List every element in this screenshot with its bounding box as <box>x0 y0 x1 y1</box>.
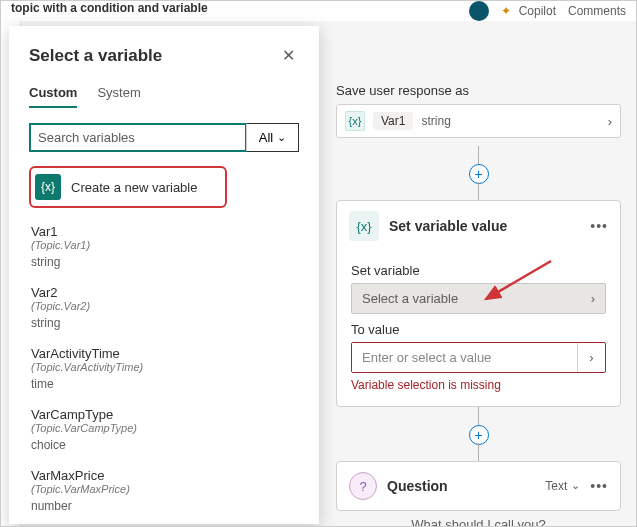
var-path: (Topic.Var1) <box>31 239 297 251</box>
node-title: Question <box>387 478 535 494</box>
select-variable-picker[interactable]: Select a variable › <box>351 283 606 314</box>
to-value-label: To value <box>351 322 606 337</box>
to-value-picker[interactable]: › <box>577 343 605 372</box>
var-name: Var1 <box>31 224 297 239</box>
filter-all-dropdown[interactable]: All <box>246 124 298 151</box>
comments-button[interactable]: Comments <box>568 4 626 18</box>
variable-icon: {x} <box>35 174 61 200</box>
save-response-output[interactable]: {x} Var1 string › <box>336 104 621 138</box>
variable-list-item[interactable]: Var2(Topic.Var2)string <box>29 279 299 340</box>
var-type: time <box>31 377 297 391</box>
chevron-down-icon <box>571 479 580 493</box>
tab-custom[interactable]: Custom <box>29 85 77 108</box>
chevron-down-icon <box>277 130 286 145</box>
add-node-button[interactable]: + <box>469 425 489 445</box>
chevron-right-icon: › <box>591 291 595 306</box>
chevron-right-icon: › <box>608 114 612 129</box>
set-variable-node: {x} Set variable value ••• Set variable … <box>336 200 621 407</box>
node-more-button[interactable]: ••• <box>590 478 608 494</box>
var-path: (Topic.VarCampType) <box>31 422 297 434</box>
question-icon: ? <box>349 472 377 500</box>
var-path: (Topic.VarActivityTime) <box>31 361 297 373</box>
sparkle-icon <box>501 4 515 18</box>
output-var-name: Var1 <box>373 112 413 130</box>
variable-icon: {x} <box>349 211 379 241</box>
var-type: string <box>31 255 297 269</box>
variable-icon: {x} <box>345 111 365 131</box>
panel-title: Select a variable <box>29 46 162 66</box>
copilot-button[interactable]: Copilot <box>501 4 556 18</box>
add-node-button[interactable]: + <box>469 164 489 184</box>
response-type-dropdown[interactable]: Text <box>545 479 580 493</box>
variable-list-item[interactable]: VarMaxPrice(Topic.VarMaxPrice)number <box>29 462 299 523</box>
close-button[interactable]: ✕ <box>278 44 299 67</box>
var-path: (Topic.VarMaxPrice) <box>31 483 297 495</box>
variable-list-item[interactable]: VarCampType(Topic.VarCampType)choice <box>29 401 299 462</box>
output-var-type: string <box>421 114 450 128</box>
set-variable-label: Set variable <box>351 263 606 278</box>
node-title: Set variable value <box>389 218 580 234</box>
to-value-input[interactable] <box>352 343 577 372</box>
var-type: number <box>31 499 297 513</box>
create-variable-button[interactable]: {x} Create a new variable <box>29 166 227 208</box>
save-response-label: Save user response as <box>336 83 621 98</box>
avatar[interactable] <box>469 1 489 21</box>
var-name: VarMaxPrice <box>31 468 297 483</box>
var-name: VarActivityTime <box>31 346 297 361</box>
breadcrumb: topic with a condition and variable <box>11 1 208 15</box>
variable-list-item[interactable]: Var1(Topic.Var1)string <box>29 218 299 279</box>
validation-error: Variable selection is missing <box>351 378 606 392</box>
var-type: choice <box>31 438 297 452</box>
var-path: (Topic.Var2) <box>31 300 297 312</box>
var-name: VarCampType <box>31 407 297 422</box>
var-name: Var2 <box>31 285 297 300</box>
tab-system[interactable]: System <box>97 85 140 108</box>
search-input[interactable] <box>30 124 246 151</box>
variable-list-item[interactable]: VarActivityTime(Topic.VarActivityTime)ti… <box>29 340 299 401</box>
var-type: string <box>31 316 297 330</box>
node-more-button[interactable]: ••• <box>590 218 608 234</box>
variable-picker-panel: Select a variable ✕ Custom System All {x… <box>9 26 319 524</box>
question-node[interactable]: ? Question Text ••• <box>336 461 621 511</box>
question-prompt: What should I call you? <box>336 517 621 527</box>
